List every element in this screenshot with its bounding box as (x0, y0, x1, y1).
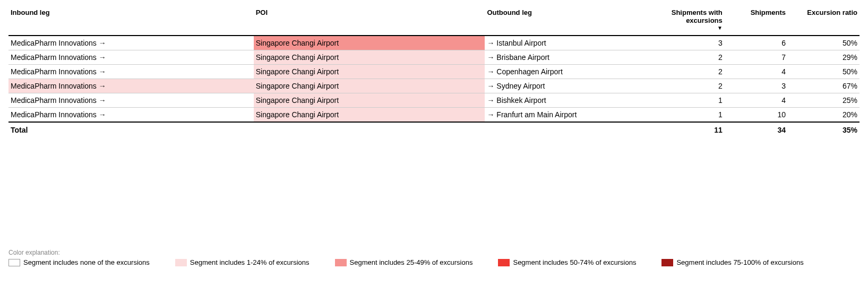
cell-shipments-with-excursions: 3 (653, 36, 725, 50)
table-row[interactable]: MedicaPharm Innovations →Singapore Chang… (8, 50, 860, 65)
cell-shipments-with-excursions: 2 (653, 65, 725, 79)
cell-inbound-leg: MedicaPharm Innovations → (8, 108, 254, 123)
legend-item: Segment includes 25-49% of excursions (335, 258, 473, 266)
legend-label: Segment includes none of the excursions (23, 258, 150, 266)
cell-inbound-leg: MedicaPharm Innovations → (8, 36, 254, 50)
table-row[interactable]: MedicaPharm Innovations →Singapore Chang… (8, 79, 860, 93)
column-header-outbound-leg[interactable]: Outbound leg (485, 5, 652, 36)
legend-item: Segment includes none of the excursions (8, 258, 150, 266)
legend-label: Segment includes 75-100% of excursions (676, 258, 803, 266)
column-header-inbound-leg[interactable]: Inbound leg (8, 5, 254, 36)
cell-excursion-ratio: 67% (788, 79, 860, 93)
cell-inbound-leg: MedicaPharm Innovations → (8, 65, 254, 79)
total-swe: 11 (653, 122, 725, 137)
cell-inbound-leg: MedicaPharm Innovations → (8, 93, 254, 108)
cell-poi: Singapore Changi Airport (254, 65, 485, 79)
cell-excursion-ratio: 20% (788, 108, 860, 123)
cell-poi: Singapore Changi Airport (254, 36, 485, 50)
cell-outbound-leg: → Sydney Airport (485, 79, 652, 93)
cell-excursion-ratio: 50% (788, 65, 860, 79)
total-shipments: 34 (725, 122, 788, 137)
cell-poi: Singapore Changi Airport (254, 50, 485, 65)
cell-shipments: 10 (725, 108, 788, 123)
cell-outbound-leg: → Copenhagen Airport (485, 65, 652, 79)
legend-item: Segment includes 50-74% of excursions (498, 258, 636, 266)
legend-item: Segment includes 75-100% of excursions (661, 258, 803, 266)
cell-shipments: 4 (725, 65, 788, 79)
cell-shipments: 7 (725, 50, 788, 65)
legend-label: Segment includes 25-49% of excursions (350, 258, 473, 266)
cell-shipments: 3 (725, 79, 788, 93)
total-ratio: 35% (788, 122, 860, 137)
table-row[interactable]: MedicaPharm Innovations →Singapore Chang… (8, 36, 860, 50)
cell-outbound-leg: → Franfurt am Main Airport (485, 108, 652, 123)
legend-title: Color explanation: (8, 249, 860, 256)
cell-excursion-ratio: 25% (788, 93, 860, 108)
legend-label: Segment includes 50-74% of excursions (513, 258, 636, 266)
cell-poi: Singapore Changi Airport (254, 93, 485, 108)
cell-shipments: 6 (725, 36, 788, 50)
legend-swatch-icon (335, 259, 347, 266)
legend-label: Segment includes 1-24% of excursions (190, 258, 310, 266)
legend-swatch-icon (8, 259, 20, 266)
legend-swatch-icon (175, 259, 187, 266)
cell-outbound-leg: → Brisbane Airport (485, 50, 652, 65)
legend: Color explanation: Segment includes none… (8, 249, 860, 266)
cell-outbound-leg: → Istanbul Airport (485, 36, 652, 50)
cell-outbound-leg: → Bishkek Airport (485, 93, 652, 108)
table-header-row: Inbound leg POI Outbound leg Shipments w… (8, 5, 860, 36)
cell-shipments: 4 (725, 93, 788, 108)
legend-item: Segment includes 1-24% of excursions (175, 258, 310, 266)
table-total-row: Total 11 34 35% (8, 122, 860, 137)
column-header-shipments-with-excursions[interactable]: Shipments with excursions ▼ (653, 5, 725, 36)
cell-shipments-with-excursions: 1 (653, 108, 725, 123)
column-header-shipments[interactable]: Shipments (725, 5, 788, 36)
total-label: Total (8, 122, 254, 137)
table-row[interactable]: MedicaPharm Innovations →Singapore Chang… (8, 65, 860, 79)
cell-poi: Singapore Changi Airport (254, 108, 485, 123)
column-header-excursion-ratio[interactable]: Excursion ratio (788, 5, 860, 36)
excursions-table: Inbound leg POI Outbound leg Shipments w… (8, 5, 860, 137)
legend-swatch-icon (498, 259, 510, 266)
cell-shipments-with-excursions: 2 (653, 79, 725, 93)
cell-poi: Singapore Changi Airport (254, 79, 485, 93)
cell-inbound-leg: MedicaPharm Innovations → (8, 50, 254, 65)
column-header-label: Shipments with excursions (672, 8, 723, 24)
cell-shipments-with-excursions: 2 (653, 50, 725, 65)
cell-excursion-ratio: 29% (788, 50, 860, 65)
cell-shipments-with-excursions: 1 (653, 93, 725, 108)
sort-indicator-desc-icon: ▼ (655, 25, 723, 31)
column-header-poi[interactable]: POI (254, 5, 485, 36)
cell-excursion-ratio: 50% (788, 36, 860, 50)
cell-inbound-leg: MedicaPharm Innovations → (8, 79, 254, 93)
legend-swatch-icon (661, 259, 673, 266)
table-row[interactable]: MedicaPharm Innovations →Singapore Chang… (8, 93, 860, 108)
table-row[interactable]: MedicaPharm Innovations →Singapore Chang… (8, 108, 860, 123)
